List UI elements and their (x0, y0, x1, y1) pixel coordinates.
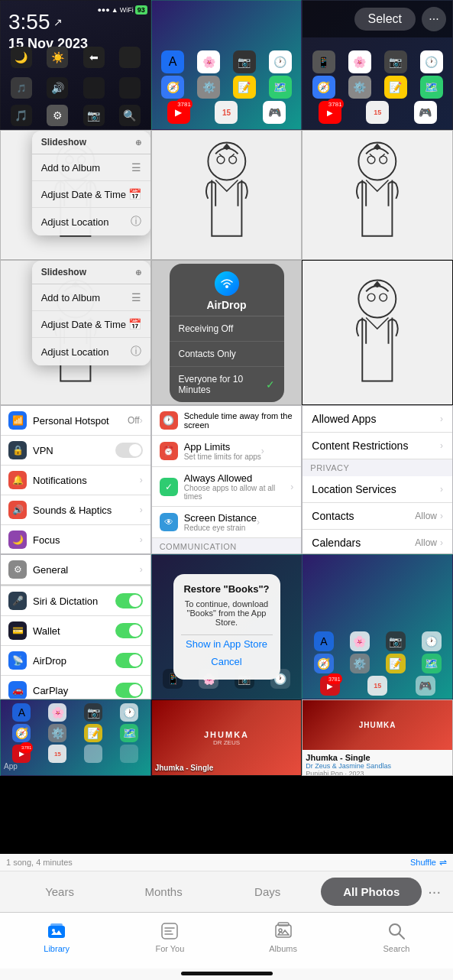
wallet-toggle[interactable] (115, 623, 143, 638)
app-icon[interactable]: 📷 (384, 50, 407, 73)
app-icon[interactable]: 🌙 (11, 47, 32, 68)
cancel-button[interactable]: Cancel (181, 653, 273, 670)
app-icon[interactable]: 🧭 (314, 654, 334, 673)
app-icon[interactable]: 🕐 (420, 50, 443, 73)
dropdown-icon[interactable]: ⊕ (135, 268, 141, 277)
months-tab[interactable]: Months (113, 878, 214, 906)
more-button[interactable]: ··· (422, 7, 446, 31)
app-icon[interactable]: 🧭 (312, 76, 335, 99)
carplay-toggle[interactable] (115, 683, 143, 698)
app-icon[interactable]: 🌸 (348, 50, 371, 73)
always-allowed-item[interactable]: ✓ Always Allowed Choose apps to allow at… (152, 467, 302, 507)
app-icon[interactable]: 🌸 (350, 631, 370, 651)
general-item[interactable]: ⚙ General › (1, 555, 150, 585)
screen-distance-item[interactable]: 👁 Screen Distance Reduce eye strain › (152, 507, 302, 538)
app-icon[interactable]: 📝 (84, 724, 102, 742)
app-icon[interactable]: ▶ 3781 (319, 101, 341, 124)
allowed-apps-item[interactable]: Allowed Apps › (303, 406, 452, 433)
years-tab[interactable]: Years (9, 878, 110, 906)
camera-icon[interactable]: 📷 (233, 50, 256, 73)
nav-albums[interactable]: Albums (227, 917, 340, 956)
contacts-only-option[interactable]: Contacts Only (170, 342, 284, 367)
photos-icon[interactable]: 🌸 (197, 50, 220, 73)
all-photos-tab[interactable]: All Photos (321, 878, 422, 906)
app-icon[interactable]: 🎮 (414, 101, 437, 124)
receiving-off-option[interactable]: Receiving Off (170, 316, 284, 342)
app-icon[interactable]: 🌸 (48, 703, 66, 722)
contacts-item[interactable]: Contacts Allow › (303, 503, 452, 530)
app-icon[interactable]: ☀️ (47, 47, 68, 68)
app-icon[interactable]: 📝 (384, 76, 407, 99)
app-icon[interactable]: 📱 (312, 50, 335, 73)
mini-app[interactable]: 📷 (83, 105, 105, 126)
app-icon[interactable]: ⚙️ (350, 654, 370, 673)
clock-icon[interactable]: 🕐 (269, 50, 292, 73)
dropdown-expand-icon[interactable]: ⊕ (135, 138, 141, 147)
nav-search[interactable]: Search (340, 917, 453, 956)
app-icon[interactable]: 🎮 (416, 676, 435, 696)
adjust-date-time-item[interactable]: Adjust Date & Time 📅 (32, 181, 150, 208)
everyone-10min-option[interactable]: Everyone for 10 Minutes ✓ (170, 367, 284, 402)
add-to-album-item[interactable]: Add to Album ☰ (32, 154, 150, 181)
shuffle-control[interactable]: Shuffle ⇌ (410, 857, 447, 868)
sounds-haptics-item[interactable]: 🔊 Sounds & Haptics › (1, 495, 150, 525)
app-icon[interactable]: A (12, 703, 31, 722)
game-icon[interactable]: 🎮 (263, 101, 286, 124)
settings-icon[interactable]: ⚙️ (197, 76, 220, 99)
app-icon[interactable]: 🎵 (11, 77, 32, 99)
app-icon[interactable]: 🔊 (47, 77, 68, 99)
nav-library[interactable]: Library (0, 917, 113, 956)
youtube-icon[interactable]: ▶ 3781 (167, 101, 190, 124)
notifications-item[interactable]: 🔔 Notifications › (1, 466, 150, 495)
tab-more-icon[interactable]: ··· (425, 883, 444, 900)
app-icon[interactable] (83, 77, 105, 99)
notes-icon[interactable]: 📝 (233, 76, 256, 99)
safari-icon[interactable]: 🧭 (161, 76, 184, 99)
content-restrictions-item[interactable]: Content Restrictions › (303, 433, 452, 459)
days-tab[interactable]: Days (217, 878, 318, 906)
app-icon[interactable]: ▶ 3781 (320, 676, 340, 696)
carplay-item[interactable]: 🚗 CarPlay (1, 676, 150, 699)
app-icon[interactable]: 📝 (386, 654, 406, 673)
app-icon[interactable]: 🗺️ (422, 654, 442, 673)
app-icon[interactable]: 🕐 (422, 631, 442, 651)
app-icon[interactable]: 🧭 (12, 724, 31, 742)
calendars-item[interactable]: Calendars Allow › (303, 530, 452, 553)
add-album-2[interactable]: Add to Album ☰ (32, 284, 150, 311)
calendar-icon[interactable]: 15 (215, 101, 238, 124)
calendar-icon-small[interactable]: 15 (366, 101, 389, 124)
vpn-item[interactable]: 🔒 VPN (1, 436, 150, 466)
mini-app[interactable]: 🔍 (119, 105, 141, 126)
siri-toggle[interactable] (115, 593, 143, 608)
maps-icon[interactable]: 🗺️ (269, 76, 292, 99)
focus-item[interactable]: 🌙 Focus › (1, 525, 150, 553)
app-icon[interactable]: 🕐 (120, 703, 138, 722)
show-in-store-button[interactable]: Show in App Store (181, 634, 273, 653)
app-icon[interactable]: ⚙️ (348, 76, 371, 99)
airdrop-toggle[interactable] (115, 653, 143, 668)
app-icon[interactable]: ⬅ (83, 47, 105, 68)
airdrop-item[interactable]: 📡 AirDrop (1, 646, 150, 676)
adjust-location-2[interactable]: Adjust Location ⓘ (32, 338, 150, 365)
app-icon[interactable]: A (314, 631, 334, 651)
siri-item[interactable]: 🎤 Siri & Dictation (1, 586, 150, 616)
schedule-item[interactable]: 🕐 Schedule time away from the screen (152, 406, 302, 436)
location-services-item[interactable]: Location Services › (303, 476, 452, 503)
app-icon[interactable]: 🗺️ (420, 76, 443, 99)
mini-app[interactable]: ⚙ (47, 105, 68, 126)
app-icon[interactable] (119, 47, 141, 68)
vpn-toggle[interactable] (115, 443, 143, 458)
calendar-icon[interactable]: 15 (367, 676, 387, 696)
adjust-date-2[interactable]: Adjust Date & Time 📅 (32, 311, 150, 338)
wallet-item[interactable]: 💳 Wallet (1, 616, 150, 646)
mini-app[interactable]: 🎵 (11, 105, 32, 126)
app-icon[interactable]: 🗺️ (120, 724, 138, 742)
app-limits-item[interactable]: ⏰ App Limits Set time limits for apps › (152, 436, 302, 467)
personal-hotspot-item[interactable]: 📶 Personal Hotspot Off › (1, 406, 150, 436)
select-button[interactable]: Select (354, 8, 416, 31)
app-store-icon[interactable]: A (161, 50, 184, 73)
nav-for-you[interactable]: For You (113, 917, 226, 956)
app-icon[interactable] (119, 77, 141, 99)
app-icon[interactable]: ⚙️ (48, 724, 66, 742)
app-icon[interactable]: 📷 (84, 703, 102, 722)
